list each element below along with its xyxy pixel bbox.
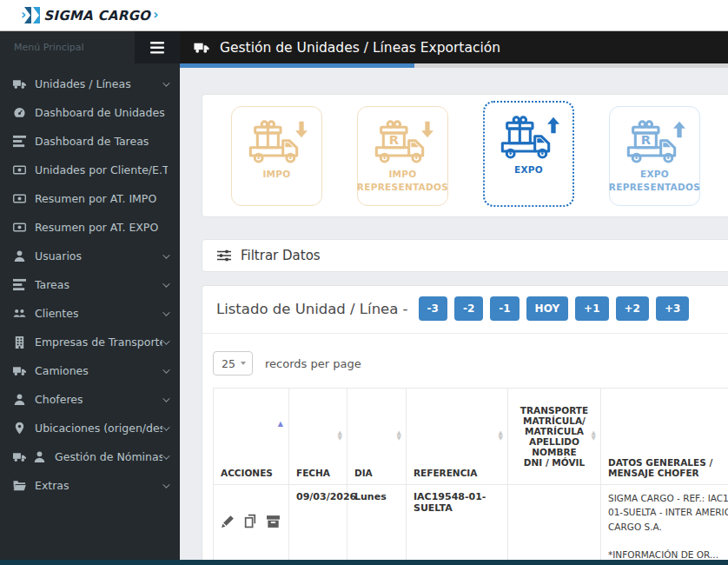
- chevron-down-icon: [162, 280, 169, 287]
- records-per-page-select[interactable]: 25: [213, 351, 253, 376]
- folder-icon: [13, 479, 26, 492]
- column-header-datos-generales[interactable]: DATOS GENERALES / MENSAJE CHOFER: [601, 389, 728, 485]
- sidebar-item-dashboard-tareas[interactable]: Dashboard de Tareas: [0, 127, 180, 156]
- day-offset-button-minus1[interactable]: -1: [490, 296, 519, 321]
- svg-text:R: R: [640, 132, 650, 147]
- sidebar-item-label: Tareas: [35, 278, 69, 291]
- sidebar-item-label: Resumen por AT. EXPO: [35, 221, 158, 234]
- cell-fecha: 09/03/2026: [289, 485, 347, 561]
- truck-icon: [194, 41, 209, 54]
- card-label: IMPO REPRESENTADOS: [352, 168, 453, 196]
- sigma-cargo-logo[interactable]: › SIGMA CARGO ›: [21, 7, 158, 23]
- page-title: Gestión de Unidades / Líneas Exportación: [220, 40, 500, 56]
- money-icon: [13, 163, 26, 176]
- filter-label: Filtrar Datos: [241, 248, 321, 263]
- sidebar-item-label: Extras: [35, 479, 69, 492]
- sidebar-item-unidades-lineas[interactable]: Unidades / Líneas: [0, 70, 180, 98]
- truck-gift-down-icon: R: [246, 118, 308, 165]
- chevron-down-icon: [162, 481, 169, 488]
- sort-icon: ▲▼: [499, 431, 503, 442]
- sort-asc-icon: ▲: [278, 420, 283, 428]
- filter-datos-toggle[interactable]: Filtrar Datos: [202, 239, 728, 272]
- sort-icon: ▲▼: [397, 431, 401, 442]
- truck-icon: [13, 364, 26, 377]
- card-expo-representados[interactable]: R EXPO REPRESENTADOS: [609, 106, 700, 206]
- card-expo-selected[interactable]: R EXPO: [483, 101, 574, 207]
- chevron-down-icon: [162, 79, 169, 86]
- logo-text: SIGMA CARGO: [43, 8, 150, 23]
- day-offset-button-plus2[interactable]: +2: [616, 296, 649, 321]
- truck-gift-down-r-icon: R: [372, 118, 434, 165]
- sliders-icon: [217, 249, 231, 263]
- card-impo-representados[interactable]: R IMPO REPRESENTADOS: [357, 106, 448, 206]
- sidebar-item-gestion-nominas[interactable]: Gestión de Nóminas: [0, 442, 180, 471]
- mode-cards-panel: R IMPO R IMPO REPRESENTADOS R EXPO R EXP…: [202, 94, 728, 217]
- sidebar-item-label: Unidades por Cliente/E.Transporte: [35, 163, 168, 176]
- column-header-transporte[interactable]: TRANSPORTE MATRÍCULA/ MATRÍCULA APELLIDO…: [508, 389, 601, 485]
- page-header: Gestión de Unidades / Líneas Exportación: [180, 31, 728, 63]
- sidebar-item-label: Choferes: [35, 393, 83, 406]
- building-icon: [13, 336, 26, 349]
- sidebar-header-label: Menú Principal: [0, 42, 135, 53]
- svg-text:R: R: [388, 132, 398, 147]
- column-header-dia[interactable]: DIA ▲▼: [347, 389, 407, 485]
- sidebar-item-unidades-por-cliente[interactable]: Unidades por Cliente/E.Transporte: [0, 156, 180, 184]
- card-label: EXPO: [509, 163, 548, 177]
- cell-datos-generales: SIGMA CARGO - REF.: IAC19548-01-SUELTA -…: [601, 485, 728, 561]
- sidebar-item-label: Ubicaciones (origen/destino): [35, 422, 162, 435]
- sidebar-item-resumen-at-impo[interactable]: Resumen por AT. IMPO: [0, 184, 180, 213]
- day-offset-button-minus3[interactable]: -3: [419, 296, 447, 321]
- copy-icon[interactable]: [243, 514, 258, 528]
- sidebar-item-label: Clientes: [35, 307, 78, 320]
- user-icon: [13, 249, 26, 263]
- sidebar-item-camiones[interactable]: Camiones: [0, 356, 180, 385]
- sidebar-item-label: Camiones: [35, 364, 89, 377]
- truck-icon: [13, 450, 26, 463]
- records-per-page-value: 25: [222, 357, 235, 370]
- archive-box-icon[interactable]: [266, 514, 281, 528]
- sidebar-item-label: Dashboard de Unidades: [35, 106, 165, 119]
- sidebar-item-dashboard-unidades[interactable]: Dashboard de Unidades: [0, 98, 180, 127]
- records-per-page-label: records per page: [265, 357, 361, 370]
- sidebar-menu: Unidades / Líneas Dashboard de Unidades …: [0, 63, 180, 500]
- caret-down-icon: [241, 362, 246, 365]
- sidebar-item-clientes[interactable]: Clientes: [0, 299, 180, 328]
- sidebar-item-choferes[interactable]: Choferes: [0, 385, 180, 414]
- sidebar-item-extras[interactable]: Extras: [0, 471, 180, 500]
- column-header-acciones[interactable]: ACCIONES ▲: [214, 389, 289, 485]
- header-underline: [180, 63, 728, 68]
- sidebar-item-label: Usuarios: [35, 249, 82, 263]
- chevron-down-icon: [162, 395, 169, 402]
- day-offset-button-plus3[interactable]: +3: [656, 296, 689, 321]
- sidebar-item-resumen-at-expo[interactable]: Resumen por AT. EXPO: [0, 213, 180, 242]
- sidebar-item-usuarios[interactable]: Usuarios: [0, 242, 180, 270]
- card-impo[interactable]: R IMPO: [231, 106, 322, 206]
- user-icon: [33, 450, 46, 463]
- column-header-referencia[interactable]: REFERENCIA ▲▼: [407, 389, 508, 485]
- sidebar-toggle-button[interactable]: [135, 31, 180, 63]
- chevron-down-icon: [162, 309, 169, 316]
- sort-icon: ▲▼: [338, 431, 342, 442]
- cell-dia: Lunes: [347, 485, 407, 561]
- day-offset-button-plus1[interactable]: +1: [575, 296, 608, 321]
- sidebar-item-empresas-transporte[interactable]: Empresas de Transporte: [0, 328, 180, 356]
- truck-gift-up-r-icon: R: [624, 118, 686, 165]
- day-offset-button-minus2[interactable]: -2: [454, 296, 483, 321]
- listado-panel: Listado de Unidad / Línea - -3 -2 -1 HOY…: [202, 285, 728, 560]
- sidebar-item-ubicaciones[interactable]: Ubicaciones (origen/destino): [0, 414, 180, 442]
- sort-icon: ▲▼: [592, 431, 596, 442]
- sidebar-item-label: Dashboard de Tareas: [35, 135, 149, 148]
- sidebar-item-tareas[interactable]: Tareas: [0, 270, 180, 299]
- sidebar: Menú Principal Unidades / Líneas Dashboa…: [0, 31, 180, 560]
- cell-transporte: [508, 485, 601, 561]
- truck-gift-up-icon: R: [498, 114, 560, 161]
- edit-pencil-icon[interactable]: [221, 514, 235, 528]
- column-header-fecha[interactable]: FECHA ▲▼: [289, 389, 347, 485]
- users-icon: [13, 307, 26, 320]
- sidebar-item-label: Empresas de Transporte: [35, 336, 162, 349]
- tasks-icon: [13, 135, 26, 148]
- card-label: EXPO REPRESENTADOS: [604, 168, 705, 196]
- truck-icon: [13, 77, 26, 90]
- day-offset-button-hoy[interactable]: HOY: [526, 296, 569, 321]
- money-icon: [13, 221, 26, 234]
